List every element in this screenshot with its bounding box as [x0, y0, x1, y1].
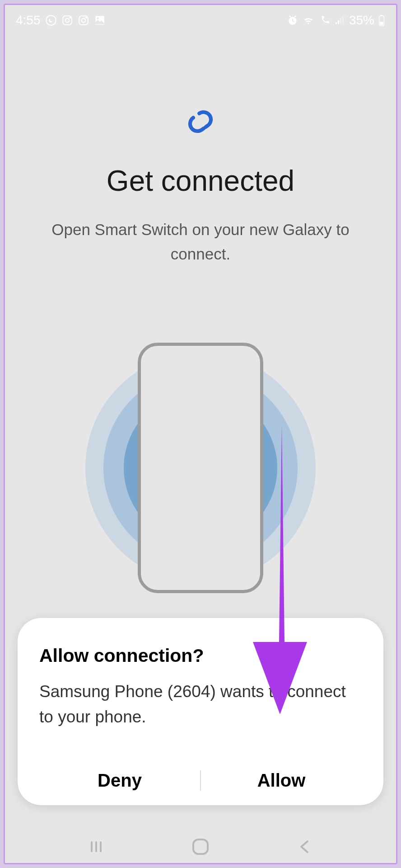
dialog-title: Allow connection?	[39, 645, 362, 666]
deny-button[interactable]: Deny	[39, 755, 200, 805]
signal-icon	[335, 14, 345, 26]
home-icon	[191, 837, 210, 857]
battery-icon	[378, 14, 385, 26]
phone-illustration	[83, 341, 318, 594]
svg-point-5	[81, 19, 85, 23]
status-time: 4:55	[16, 13, 41, 28]
recents-icon	[87, 838, 105, 856]
svg-point-6	[85, 17, 86, 18]
allow-button[interactable]: Allow	[201, 755, 362, 805]
status-bar-left: 4:55	[16, 13, 106, 28]
home-button[interactable]	[187, 833, 214, 860]
svg-point-0	[46, 15, 56, 25]
svg-rect-19	[100, 841, 102, 852]
svg-rect-20	[193, 840, 208, 854]
dialog-buttons: Deny Allow	[39, 755, 362, 805]
svg-rect-15	[381, 15, 382, 16]
wifi-icon	[302, 14, 315, 26]
navigation-bar	[4, 825, 397, 868]
recents-button[interactable]	[83, 833, 110, 860]
svg-rect-13	[342, 17, 344, 24]
alarm-icon	[287, 14, 298, 26]
back-button[interactable]	[291, 833, 318, 860]
link-icon	[182, 108, 219, 137]
page-subtitle: Open Smart Switch on your new Galaxy to …	[5, 217, 396, 267]
svg-point-3	[69, 17, 70, 18]
svg-rect-11	[338, 20, 339, 24]
svg-rect-18	[95, 841, 97, 852]
phone-screen: 4:55	[4, 4, 397, 864]
instagram-icon	[61, 14, 73, 26]
whatsapp-icon	[45, 14, 57, 26]
svg-rect-10	[336, 22, 337, 24]
svg-rect-16	[380, 22, 383, 25]
page-title: Get connected	[107, 164, 294, 198]
svg-rect-12	[340, 19, 341, 24]
connection-dialog: Allow connection? Samsung Phone (2604) w…	[18, 618, 383, 805]
instagram-icon	[78, 14, 89, 26]
back-icon	[296, 838, 314, 856]
status-bar-right: 35%	[287, 13, 385, 28]
battery-percent: 35%	[349, 13, 374, 28]
gallery-icon	[94, 14, 106, 26]
dialog-message: Samsung Phone (2604) wants to connect to…	[39, 679, 362, 729]
phone-outline	[138, 343, 263, 593]
volte-icon	[318, 14, 331, 26]
svg-rect-17	[91, 841, 93, 852]
svg-point-2	[65, 19, 69, 23]
svg-point-8	[97, 18, 98, 19]
status-bar: 4:55	[5, 5, 396, 36]
